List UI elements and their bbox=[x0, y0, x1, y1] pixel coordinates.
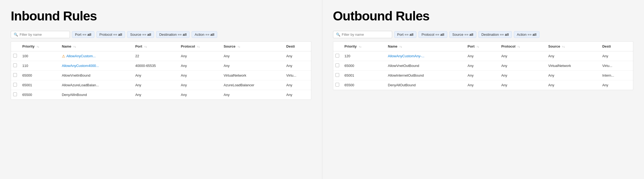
row-checkbox[interactable] bbox=[13, 54, 17, 58]
inbound-table-header: Priority ↑↓ Name ↑↓ Port ↑↓ Protocol ↑↓ … bbox=[11, 42, 311, 51]
row-name: AllowVnetOutBound bbox=[385, 61, 464, 71]
outbound-table-header: Priority ↑↓ Name ↑↓ Port ↑↓ Protocol ↑↓ … bbox=[333, 42, 633, 51]
row-checkbox[interactable] bbox=[335, 83, 339, 87]
row-source: Any bbox=[545, 71, 599, 80]
outbound-filter-destination[interactable]: Destination == all bbox=[478, 31, 512, 38]
row-name-text: DenyAllOutBound bbox=[388, 83, 416, 87]
outbound-table-wrap: Priority ↑↓ Name ↑↓ Port ↑↓ Protocol ↑↓ … bbox=[333, 41, 634, 90]
row-port: Any bbox=[464, 80, 498, 90]
row-port: Any bbox=[464, 51, 498, 61]
row-name[interactable]: AllowAnyCustom4000... bbox=[59, 61, 132, 71]
warn-icon: ⚠ bbox=[62, 54, 65, 58]
row-checkbox-cell[interactable] bbox=[11, 90, 19, 100]
row-checkbox[interactable] bbox=[335, 63, 339, 67]
row-port: 40000-65535 bbox=[132, 61, 178, 71]
inbound-col-name[interactable]: Name ↑↓ bbox=[59, 42, 132, 51]
table-row: 100 ⚠ AllowAnyCustom... 22 Any Any Any bbox=[11, 51, 311, 61]
outbound-col-priority[interactable]: Priority ↑↓ bbox=[341, 42, 385, 51]
row-source: VirtualNetwork bbox=[220, 71, 283, 80]
row-name-text: AllowVnetOutBound bbox=[388, 64, 419, 68]
row-checkbox-cell[interactable] bbox=[333, 71, 341, 80]
row-checkbox-cell[interactable] bbox=[333, 61, 341, 71]
inbound-filter-protocol[interactable]: Protocol == all bbox=[96, 31, 125, 38]
row-name-text: AllowAzureLoadBalan... bbox=[62, 83, 99, 87]
outbound-col-source[interactable]: Source ↑↓ bbox=[545, 42, 599, 51]
inbound-panel: Inbound Rules 🔍 Port == all Protocol == … bbox=[0, 0, 322, 179]
row-checkbox-cell[interactable] bbox=[333, 80, 341, 90]
inbound-search-box[interactable]: 🔍 bbox=[11, 31, 70, 38]
row-source: VirtualNetwork bbox=[545, 61, 599, 71]
inbound-filter-action[interactable]: Action == all bbox=[192, 31, 217, 38]
outbound-table: Priority ↑↓ Name ↑↓ Port ↑↓ Protocol ↑↓ … bbox=[333, 42, 633, 90]
inbound-filter-source[interactable]: Source == all bbox=[127, 31, 154, 38]
row-checkbox-cell[interactable] bbox=[11, 51, 19, 61]
row-checkbox-cell[interactable] bbox=[11, 61, 19, 71]
outbound-table-body: 120 AllowAnyCustomAny-... Any Any Any An… bbox=[333, 51, 633, 90]
table-row: 110 AllowAnyCustom4000... 40000-65535 An… bbox=[11, 61, 311, 71]
outbound-filter-source[interactable]: Source == all bbox=[449, 31, 476, 38]
inbound-table: Priority ↑↓ Name ↑↓ Port ↑↓ Protocol ↑↓ … bbox=[11, 42, 311, 99]
row-protocol: Any bbox=[498, 71, 545, 80]
row-checkbox-cell[interactable] bbox=[11, 80, 19, 90]
inbound-col-port[interactable]: Port ↑↓ bbox=[132, 42, 178, 51]
inbound-col-priority[interactable]: Priority ↑↓ bbox=[19, 42, 59, 51]
outbound-search-input[interactable] bbox=[342, 33, 389, 37]
row-protocol: Any bbox=[178, 71, 220, 80]
row-protocol: Any bbox=[498, 61, 545, 71]
row-priority: 65000 bbox=[19, 71, 59, 80]
row-destination: Intern... bbox=[599, 71, 633, 80]
row-checkbox-cell[interactable] bbox=[11, 71, 19, 80]
inbound-col-destination[interactable]: Desti bbox=[283, 42, 311, 51]
row-checkbox-cell[interactable] bbox=[333, 51, 341, 61]
table-row: 65500 DenyAllInBound Any Any Any Any bbox=[11, 90, 311, 100]
row-checkbox[interactable] bbox=[335, 54, 339, 58]
row-checkbox[interactable] bbox=[13, 92, 17, 96]
row-source: AzureLoadBalancer bbox=[220, 80, 283, 90]
row-source: Any bbox=[220, 51, 283, 61]
row-name-text: AllowInternetOutBound bbox=[388, 73, 424, 77]
row-name-text: AllowVnetInBound bbox=[62, 73, 90, 77]
outbound-col-name[interactable]: Name ↑↓ bbox=[385, 42, 464, 51]
row-name-link[interactable]: AllowAnyCustomAny-... bbox=[388, 54, 424, 58]
row-protocol: Any bbox=[178, 51, 220, 61]
outbound-filter-action[interactable]: Action == all bbox=[514, 31, 539, 38]
inbound-filter-port[interactable]: Port == all bbox=[72, 31, 94, 38]
row-checkbox[interactable] bbox=[335, 73, 339, 77]
outbound-filter-protocol[interactable]: Protocol == all bbox=[418, 31, 447, 38]
outbound-filter-port[interactable]: Port == all bbox=[394, 31, 417, 38]
outbound-select-all-header bbox=[333, 42, 341, 51]
row-priority: 65000 bbox=[341, 61, 385, 71]
row-port: 22 bbox=[132, 51, 178, 61]
table-row: 65001 AllowAzureLoadBalan... Any Any Azu… bbox=[11, 80, 311, 90]
row-name[interactable]: ⚠ AllowAnyCustom... bbox=[59, 51, 132, 61]
row-priority: 65001 bbox=[19, 80, 59, 90]
inbound-filter-destination[interactable]: Destination == all bbox=[156, 31, 189, 38]
table-row: 65000 AllowVnetInBound Any Any VirtualNe… bbox=[11, 71, 311, 80]
row-priority: 110 bbox=[19, 61, 59, 71]
row-destination: Any bbox=[283, 90, 311, 100]
inbound-search-input[interactable] bbox=[20, 33, 67, 37]
row-protocol: Any bbox=[498, 80, 545, 90]
outbound-search-box[interactable]: 🔍 bbox=[333, 31, 392, 38]
row-name[interactable]: AllowAnyCustomAny-... bbox=[385, 51, 464, 61]
outbound-search-icon: 🔍 bbox=[336, 33, 340, 37]
inbound-col-protocol[interactable]: Protocol ↑↓ bbox=[178, 42, 220, 51]
outbound-col-port[interactable]: Port ↑↓ bbox=[464, 42, 498, 51]
row-checkbox[interactable] bbox=[13, 73, 17, 77]
row-destination: Virtu... bbox=[599, 61, 633, 71]
row-priority: 65001 bbox=[341, 71, 385, 80]
row-port: Any bbox=[464, 71, 498, 80]
row-destination: Any bbox=[283, 61, 311, 71]
row-name-link[interactable]: AllowAnyCustom... bbox=[66, 54, 96, 58]
row-checkbox[interactable] bbox=[13, 83, 17, 87]
row-name-link[interactable]: AllowAnyCustom4000... bbox=[62, 64, 99, 68]
row-destination: Any bbox=[599, 51, 633, 61]
outbound-col-destination[interactable]: Desti bbox=[599, 42, 633, 51]
row-protocol: Any bbox=[178, 61, 220, 71]
inbound-col-source[interactable]: Source ↑↓ bbox=[220, 42, 283, 51]
row-destination: Any bbox=[283, 51, 311, 61]
row-port: Any bbox=[132, 90, 178, 100]
row-checkbox[interactable] bbox=[13, 63, 17, 67]
row-protocol: Any bbox=[498, 51, 545, 61]
outbound-col-protocol[interactable]: Protocol ↑↓ bbox=[498, 42, 545, 51]
